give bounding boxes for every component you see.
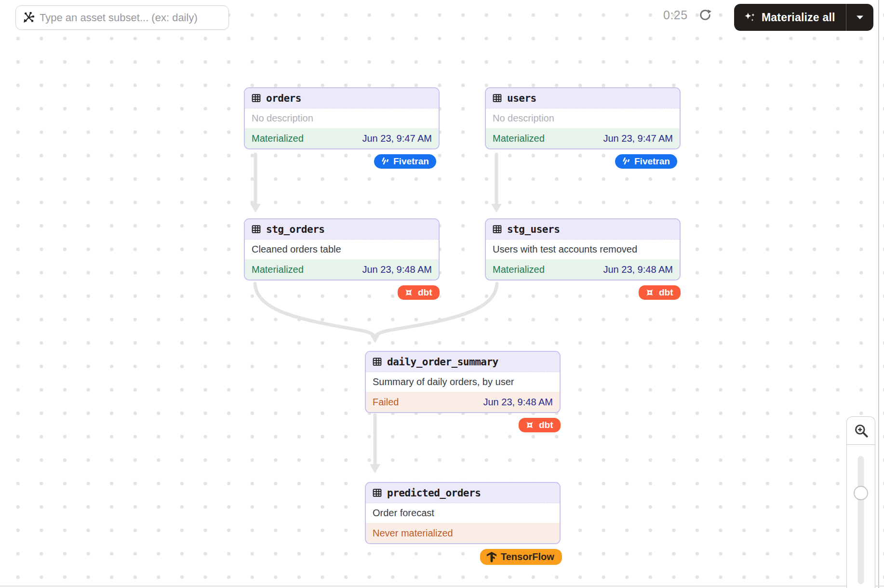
viewport-bottom-border	[0, 586, 884, 587]
asset-description: No description	[245, 108, 439, 128]
zoom-slider[interactable]	[847, 445, 875, 588]
node-header: stg_users	[486, 219, 680, 240]
dbt-icon	[524, 420, 535, 430]
zoom-slider-track[interactable]	[858, 456, 864, 584]
status-timestamp: Jun 23, 9:48 AM	[603, 264, 673, 275]
node-header: orders	[245, 88, 439, 108]
asset-filter-input-wrapper	[15, 5, 229, 30]
arrowhead	[491, 204, 502, 213]
badge-label: dbt	[659, 287, 673, 298]
dbt-icon	[403, 287, 414, 298]
status-label: Failed	[373, 397, 399, 408]
table-icon	[251, 224, 261, 234]
zoom-control	[846, 416, 875, 588]
asset-name: daily_order_summary	[387, 356, 498, 368]
asset-description: Summary of daily orders, by user	[366, 372, 560, 392]
node-header: daily_order_summary	[366, 352, 560, 372]
status-label: Materialized	[493, 264, 545, 275]
zoom-in-button[interactable]	[847, 417, 875, 445]
materialize-all-main[interactable]: Materialize all	[734, 4, 846, 31]
table-icon	[492, 93, 502, 103]
arrowhead	[370, 464, 380, 473]
node-header: users	[486, 88, 680, 108]
search-input[interactable]	[40, 12, 223, 24]
asset-description: Cleaned orders table	[245, 240, 439, 259]
asset-graph-icon	[23, 12, 35, 24]
dbt-badge[interactable]: dbt	[638, 284, 682, 301]
asset-graph-canvas[interactable]: 0:25 Materialize all	[0, 0, 884, 588]
badge-label: dbt	[418, 287, 432, 298]
dbt-icon	[644, 287, 655, 298]
materialize-dropdown-button[interactable]	[846, 4, 873, 31]
status-timestamp: Jun 23, 9:47 AM	[362, 133, 432, 144]
refresh-icon[interactable]	[698, 8, 712, 22]
dbt-badge[interactable]: dbt	[397, 284, 441, 301]
materialize-all-label: Materialize all	[762, 11, 835, 24]
chevron-down-icon	[856, 15, 864, 20]
asset-description: No description	[486, 108, 680, 128]
asset-name: predicted_orders	[387, 487, 481, 499]
table-icon	[372, 488, 382, 498]
badge-label: TensorFlow	[501, 551, 554, 562]
asset-name: users	[507, 93, 536, 104]
fivetran-badge[interactable]: Fivetran	[614, 153, 678, 170]
magnifier-plus-icon	[854, 423, 869, 438]
table-icon	[372, 357, 382, 367]
node-header: stg_orders	[245, 219, 439, 240]
table-icon	[251, 93, 261, 103]
badge-label: Fivetran	[634, 156, 670, 167]
asset-node-users[interactable]: users No description Materialized Jun 23…	[485, 87, 681, 149]
refresh-timer: 0:25	[663, 8, 692, 22]
status-label: Materialized	[252, 133, 304, 144]
table-icon	[492, 224, 502, 234]
sparkles-icon	[743, 11, 756, 24]
node-header: predicted_orders	[366, 483, 560, 503]
arrowhead	[250, 204, 261, 213]
badge-label: dbt	[539, 420, 553, 430]
status-timestamp: Jun 23, 9:47 AM	[603, 133, 673, 144]
fivetran-badge[interactable]: Fivetran	[373, 153, 437, 170]
asset-node-stg_orders[interactable]: stg_orders Cleaned orders table Material…	[244, 218, 440, 281]
asset-description: Users with test accounts removed	[486, 240, 680, 259]
materialize-all-button[interactable]: Materialize all	[734, 4, 873, 31]
fivetran-icon	[621, 157, 630, 166]
status-timestamp: Jun 23, 9:48 AM	[483, 397, 553, 408]
status-timestamp: Jun 23, 9:48 AM	[362, 264, 432, 275]
tensorflow-badge[interactable]: TensorFlow	[479, 548, 563, 566]
asset-status-row: Materialized Jun 23, 9:47 AM	[486, 128, 680, 148]
asset-description: Order forecast	[366, 503, 560, 523]
fivetran-icon	[380, 157, 389, 166]
asset-node-stg_users[interactable]: stg_users Users with test accounts remov…	[485, 218, 681, 281]
status-label: Materialized	[493, 133, 545, 144]
asset-status-row: Failed Jun 23, 9:48 AM	[366, 392, 560, 412]
asset-name: orders	[266, 93, 301, 104]
asset-status-row: Never materialized	[366, 523, 560, 543]
asset-node-predicted_orders[interactable]: predicted_orders Order forecast Never ma…	[365, 482, 561, 544]
asset-node-orders[interactable]: orders No description Materialized Jun 2…	[244, 87, 440, 149]
dbt-badge[interactable]: dbt	[518, 417, 562, 433]
viewport-right-border	[878, 0, 879, 588]
asset-node-daily_order_summary[interactable]: daily_order_summary Summary of daily ord…	[365, 351, 561, 413]
asset-status-row: Materialized Jun 23, 9:48 AM	[486, 259, 680, 280]
asset-name: stg_orders	[266, 224, 324, 235]
asset-name: stg_users	[507, 224, 560, 235]
edge-stg_orders-daily	[255, 283, 375, 336]
arrowhead	[370, 334, 380, 343]
zoom-slider-thumb[interactable]	[854, 486, 868, 500]
status-label: Never materialized	[373, 528, 453, 539]
asset-status-row: Materialized Jun 23, 9:48 AM	[245, 259, 439, 280]
status-label: Materialized	[252, 264, 304, 275]
asset-status-row: Materialized Jun 23, 9:47 AM	[245, 128, 439, 148]
tensorflow-icon	[486, 551, 497, 563]
badge-label: Fivetran	[393, 156, 429, 167]
